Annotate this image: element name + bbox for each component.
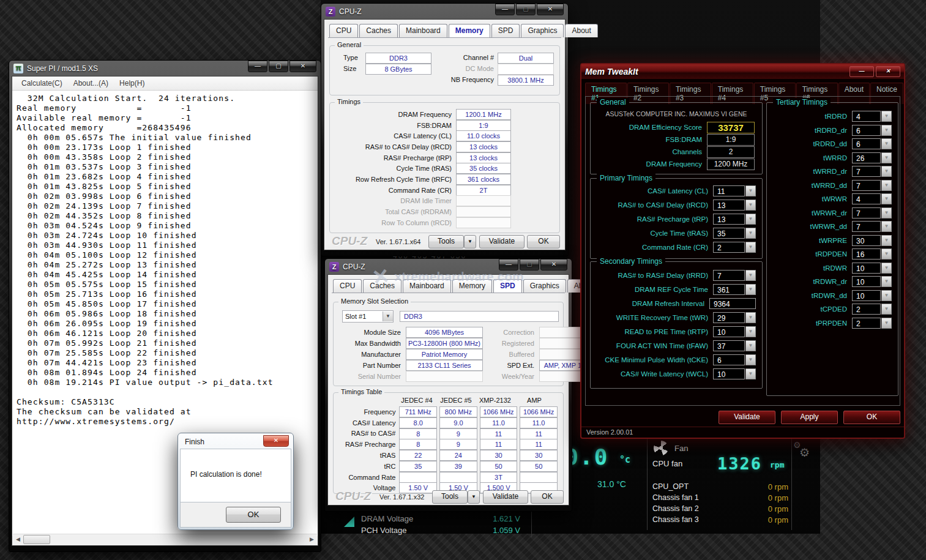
voltage-expand-icon[interactable] [344,517,354,527]
chevron-down-icon[interactable]: ▼ [881,180,892,191]
timing-row: tRDWR_dd 10 ▼ [767,289,898,303]
cpuz-titlebar[interactable]: Z CPU-Z — ▢ ✕ [324,4,566,19]
nbfreq-value: 3800.1 MHz [498,75,554,86]
timing-row: RAS# Precharge (tRP) 13 clocks [335,152,511,163]
tab[interactable]: About [565,24,597,37]
apply-button[interactable]: Apply [781,411,838,424]
primary-rows: CAS# Latency (CL) 11 ▼ RAS# to CAS# Dela… [591,184,762,254]
chevron-down-icon[interactable]: ▼ [745,185,756,196]
tab[interactable]: Memory [449,24,490,37]
tab[interactable]: Mainboard [399,24,447,37]
tab[interactable]: SPD [493,279,522,293]
chevron-down-icon[interactable]: ▼ [881,318,892,329]
tab[interactable]: Mainboard [403,279,451,293]
maximize-button[interactable]: ▢ [269,61,288,72]
validate-button[interactable]: Validate [479,235,525,248]
chevron-down-icon[interactable]: ▼ [745,214,756,225]
tab[interactable]: Memory [452,279,492,293]
tab[interactable]: SPD [491,24,520,37]
scrollbar-thumb[interactable] [23,535,50,544]
timing-row: tPRPDEN 2 ▼ [767,316,898,330]
finish-dialog-title: Finish [185,438,204,446]
chevron-down-icon[interactable]: ▼ [881,111,892,122]
ok-button[interactable]: OK [531,490,564,504]
timing-row: DRAM REF Cycle Time 361 ▼ [591,282,762,296]
chevron-down-icon[interactable]: ▼ [745,312,756,323]
tab[interactable]: Caches [363,279,401,293]
tools-button[interactable]: Tools [428,235,464,248]
close-button[interactable]: ✕ [289,61,316,72]
chevron-down-icon[interactable]: ▼ [881,207,892,218]
score-row: DRAM Efficiency Score 33737 [591,121,762,133]
ok-button[interactable]: OK [843,411,900,424]
superpi-titlebar[interactable]: π Super PI / mod1.5 XS — ▢ ✕ [12,61,318,76]
chevron-down-icon[interactable]: ▼ [881,152,892,163]
menu-item[interactable]: Calculate(C) [16,78,68,89]
close-button[interactable]: ✕ [263,435,289,447]
tools-dropdown-arrow[interactable]: ▼ [464,235,476,248]
chevron-down-icon[interactable]: ▼ [881,138,892,149]
chevron-down-icon[interactable]: ▼ [881,263,892,274]
chevron-down-icon[interactable]: ▼ [881,276,892,287]
timing-row: CAS# Latency (CL) 11 ▼ [591,184,762,198]
chevron-down-icon[interactable]: ▼ [745,340,756,351]
ok-button[interactable]: OK [527,235,560,248]
scroll-left-arrow-icon[interactable]: ◀ [13,535,23,544]
chevron-down-icon[interactable]: ▼ [881,166,892,177]
minimize-button[interactable]: — [495,4,515,15]
timings-rows: DRAM Frequency 1200.1 MHz FSB:DRAM 1:9 C… [335,109,511,228]
chevron-down-icon[interactable]: ▼ [881,235,892,246]
chevron-down-icon[interactable]: ▼ [745,270,756,281]
validate-button[interactable]: Validate [483,490,528,504]
chevron-down-icon[interactable]: ▼ [745,284,756,295]
validate-button[interactable]: Validate [719,411,775,424]
chevron-down-icon[interactable]: ▼ [745,354,756,365]
scroll-right-arrow-icon[interactable]: ▶ [307,535,317,544]
spd-row: Max Bandwidth PC3-12800H (800 MHz) [337,338,484,349]
chevron-down-icon[interactable]: ▼ [745,326,756,337]
timing-row: tRDRD_dd 6 ▼ [767,137,898,151]
settings-gear-icon[interactable]: ⚙ [799,446,810,460]
mt-general-group: General ASUSTeK COMPUTER INC. MAXIMUS VI… [590,102,763,174]
horizontal-scrollbar[interactable]: ◀ ▶ [13,534,317,545]
finish-message: PI calculation is done! [180,449,291,502]
close-button[interactable]: ✕ [876,66,900,77]
minimize-button[interactable]: — [248,61,267,72]
desktop: 400 405 467 050 040.0 °c 31.0 °C Fan CPU… [0,0,926,560]
mt-secondary-group: Secondary Timings RAS# to RAS# Delay (tR… [590,261,763,389]
chevron-down-icon[interactable]: ▼ [383,312,393,321]
timing-row: tWRRD_dd 7 ▼ [767,179,898,193]
memtweakit-window: Mem TweakIt — ✕ Timings #1Timings #2Timi… [580,63,905,439]
chevron-down-icon[interactable]: ▼ [881,304,892,315]
tools-button[interactable]: Tools [432,490,468,504]
tab[interactable]: Graphics [523,279,566,293]
cpuz-titlebar[interactable]: Z CPU-Z — ▢ ✕ [327,259,569,274]
close-button[interactable]: ✕ [540,259,567,271]
slot-select[interactable]: Slot #1 ▼ [342,310,394,323]
chevron-down-icon[interactable]: ▼ [881,193,892,204]
menu-item[interactable]: About...(A) [68,78,114,89]
tab-divider [332,293,565,293]
memtweakit-titlebar[interactable]: Mem TweakIt — ✕ [581,64,904,79]
chevron-down-icon[interactable]: ▼ [745,368,756,379]
chevron-down-icon[interactable]: ▼ [881,248,892,259]
ok-button[interactable]: OK [226,507,281,523]
minimize-button[interactable]: — [499,259,518,271]
chevron-down-icon[interactable]: ▼ [745,200,756,211]
chevron-down-icon[interactable]: ▼ [881,290,892,301]
chevron-down-icon[interactable]: ▼ [745,228,756,239]
tab[interactable]: CPU [329,24,358,37]
menu-item[interactable]: Help(H) [114,78,150,89]
chevron-down-icon[interactable]: ▼ [881,221,892,232]
chevron-down-icon[interactable]: ▼ [881,125,892,136]
close-button[interactable]: ✕ [537,4,564,15]
mt-tertiary-group: Tertiary Timings tRDRD 4 ▼ tRDRD_dr 6 ▼ … [766,102,898,396]
tab[interactable]: Caches [359,24,398,37]
timing-row: tWRWR_dd 7 ▼ [767,220,898,234]
tab[interactable]: Graphics [521,24,564,37]
chevron-down-icon[interactable]: ▼ [745,242,756,253]
tools-dropdown-arrow[interactable]: ▼ [468,490,480,504]
tab[interactable]: CPU [333,279,362,293]
minimize-button[interactable]: — [849,66,874,77]
finish-titlebar[interactable]: Finish ✕ [180,435,291,449]
